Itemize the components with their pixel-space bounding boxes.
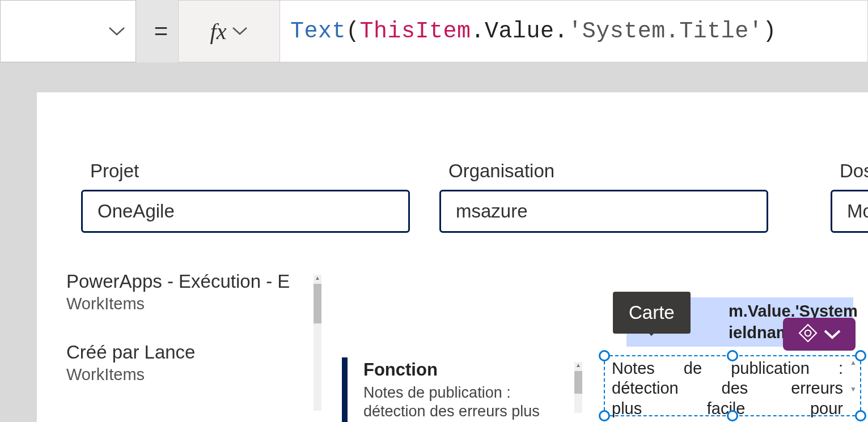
text-overflow-indicator: ▲▼ [850, 359, 857, 393]
resize-handle[interactable] [727, 410, 738, 421]
equals-label: = [144, 0, 178, 62]
list-item-subtitle: WorkItems [66, 365, 304, 384]
list-item-title: Créé par Lance [66, 342, 304, 363]
copilot-icon [798, 323, 818, 346]
list-item-title: PowerApps - Exécution - E [66, 271, 304, 292]
resize-handle[interactable] [599, 410, 610, 421]
field-organisation: Organisation msazure [439, 160, 768, 233]
copilot-button[interactable] [783, 318, 856, 351]
field-label-organisation: Organisation [439, 160, 768, 182]
chevron-down-icon [824, 329, 841, 339]
property-selector[interactable] [0, 0, 136, 62]
field-input-organisation[interactable]: msazure [439, 190, 768, 233]
formula-input[interactable]: Text(ThisItem.Value.'System.Title') [280, 0, 868, 62]
field-input-dossier[interactable]: Mo [831, 190, 868, 233]
resize-handle[interactable] [727, 350, 738, 361]
field-projet: Projet OneAgile [81, 160, 410, 233]
chevron-down-icon [108, 26, 125, 36]
svg-point-1 [805, 330, 811, 336]
scrollbar[interactable]: ▲ [574, 362, 582, 413]
detail-card-heading: Fonction [363, 360, 569, 380]
field-dossier: Doss Mo [831, 160, 868, 233]
fx-icon: fx [210, 18, 227, 45]
resize-handle[interactable] [855, 410, 866, 421]
list-item[interactable]: Créé par Lance WorkItems [66, 342, 304, 384]
scrollbar[interactable]: ▲ [314, 275, 321, 411]
tooltip-carte: Carte [613, 292, 691, 334]
resize-handle[interactable] [599, 350, 610, 361]
list-item-subtitle: WorkItems [66, 295, 304, 313]
field-label-dossier: Doss [831, 160, 868, 182]
chevron-down-icon [232, 27, 248, 36]
selected-label-control[interactable]: Notes de publication : détection des err… [604, 355, 861, 416]
workitems-list: PowerApps - Exécution - E WorkItems Créé… [66, 271, 304, 412]
detail-card: Fonction Notes de publication : détectio… [342, 357, 574, 422]
app-canvas: Projet OneAgile Organisation msazure Dos… [37, 92, 868, 422]
field-label-projet: Projet [81, 160, 410, 182]
detail-card-body: Notes de publication : détection des err… [363, 383, 569, 422]
list-item[interactable]: PowerApps - Exécution - E WorkItems [66, 271, 304, 313]
field-input-projet[interactable]: OneAgile [81, 190, 410, 233]
formula-bar: = fx Text(ThisItem.Value.'System.Title') [0, 0, 868, 62]
fx-button[interactable]: fx [178, 0, 280, 62]
svg-marker-0 [799, 325, 816, 342]
formula-token-item: ThisItem [360, 19, 471, 44]
formula-token-fn: Text [290, 19, 346, 44]
formula-token-literal: 'System.Title' [568, 19, 763, 44]
resize-handle[interactable] [855, 350, 866, 361]
